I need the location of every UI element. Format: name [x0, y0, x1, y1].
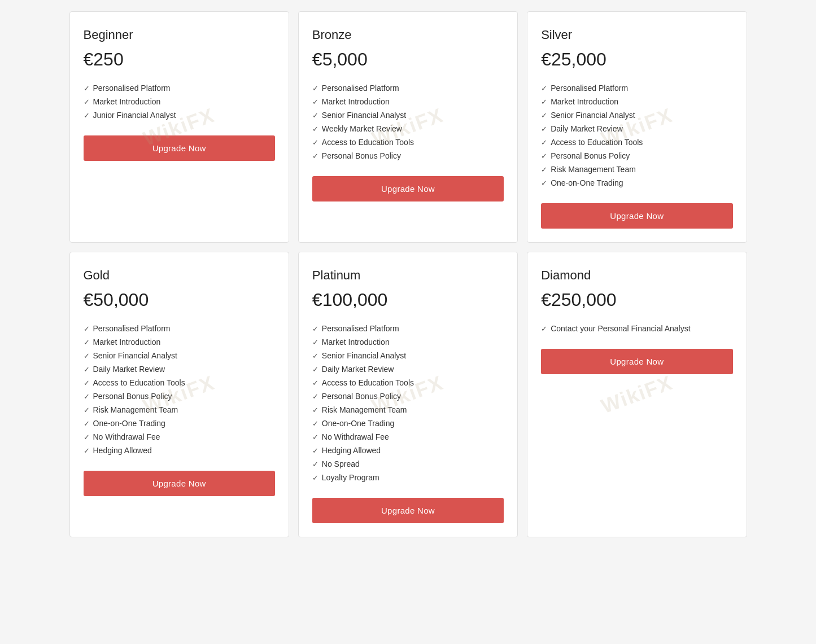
- checkmark-icon: ✓: [312, 433, 318, 441]
- watermark: WikiFX: [598, 371, 676, 419]
- feature-text: No Spread: [322, 459, 360, 468]
- feature-text: Access to Education Tools: [322, 378, 414, 387]
- checkmark-icon: ✓: [84, 406, 90, 414]
- feature-text: Senior Financial Analyst: [551, 111, 635, 120]
- checkmark-icon: ✓: [541, 152, 547, 160]
- feature-text: Access to Education Tools: [322, 138, 414, 147]
- plan-price-beginner: €250: [84, 49, 275, 70]
- feature-text: Personal Bonus Policy: [551, 151, 630, 160]
- checkmark-icon: ✓: [312, 392, 318, 401]
- plan-features-platinum: ✓Personalised Platform✓Market Introducti…: [312, 322, 504, 484]
- checkmark-icon: ✓: [312, 352, 318, 360]
- plan-title-beginner: Beginner: [84, 28, 275, 42]
- feature-item: ✓Access to Education Tools: [312, 135, 504, 149]
- feature-text: Market Introduction: [93, 338, 161, 347]
- upgrade-button-silver[interactable]: Upgrade Now: [541, 203, 732, 229]
- feature-item: ✓Personalised Platform: [84, 81, 275, 95]
- checkmark-icon: ✓: [541, 165, 547, 174]
- upgrade-button-platinum[interactable]: Upgrade Now: [312, 498, 504, 523]
- feature-text: No Withdrawal Fee: [93, 432, 160, 441]
- feature-item: ✓Market Introduction: [312, 95, 504, 108]
- feature-text: Senior Financial Analyst: [93, 351, 177, 360]
- feature-text: Market Introduction: [551, 97, 618, 106]
- checkmark-icon: ✓: [312, 325, 318, 333]
- feature-item: ✓Risk Management Team: [84, 403, 275, 417]
- checkmark-icon: ✓: [312, 152, 318, 160]
- feature-item: ✓Personalised Platform: [312, 81, 504, 95]
- feature-text: Personal Bonus Policy: [322, 392, 401, 401]
- plan-card-diamond: WikiFXDiamond€250,000✓Contact your Perso…: [527, 252, 747, 537]
- plan-features-beginner: ✓Personalised Platform✓Market Introducti…: [84, 81, 275, 122]
- checkmark-icon: ✓: [541, 325, 547, 333]
- feature-text: Market Introduction: [322, 338, 390, 347]
- feature-item: ✓Junior Financial Analyst: [84, 108, 275, 122]
- checkmark-icon: ✓: [312, 98, 318, 106]
- plan-card-beginner: WikiFXBeginner€250✓Personalised Platform…: [69, 11, 289, 243]
- plan-price-diamond: €250,000: [541, 290, 732, 310]
- feature-text: Personalised Platform: [93, 84, 171, 93]
- plan-title-silver: Silver: [541, 28, 732, 42]
- feature-text: Loyalty Program: [322, 473, 379, 482]
- checkmark-icon: ✓: [84, 446, 90, 455]
- feature-item: ✓Access to Education Tools: [84, 376, 275, 389]
- checkmark-icon: ✓: [84, 379, 90, 387]
- feature-item: ✓Hedging Allowed: [84, 444, 275, 457]
- feature-text: Personal Bonus Policy: [93, 392, 172, 401]
- checkmark-icon: ✓: [84, 352, 90, 360]
- upgrade-button-gold[interactable]: Upgrade Now: [84, 471, 275, 496]
- plan-features-bronze: ✓Personalised Platform✓Market Introducti…: [312, 81, 504, 163]
- feature-item: ✓Senior Financial Analyst: [84, 349, 275, 362]
- upgrade-button-bronze[interactable]: Upgrade Now: [312, 176, 504, 201]
- plan-title-gold: Gold: [84, 268, 275, 283]
- checkmark-icon: ✓: [84, 419, 90, 428]
- feature-text: Hedging Allowed: [93, 446, 152, 455]
- plan-title-bronze: Bronze: [312, 28, 504, 42]
- plan-card-bronze: WikiFXBronze€5,000✓Personalised Platform…: [298, 11, 518, 243]
- feature-text: Personalised Platform: [322, 84, 399, 93]
- feature-text: Market Introduction: [93, 97, 161, 106]
- feature-item: ✓Senior Financial Analyst: [312, 349, 504, 362]
- checkmark-icon: ✓: [312, 338, 318, 347]
- feature-item: ✓Senior Financial Analyst: [541, 108, 732, 122]
- feature-text: Daily Market Review: [551, 124, 623, 133]
- feature-text: Contact your Personal Financial Analyst: [551, 324, 690, 333]
- feature-text: One-on-One Trading: [551, 178, 623, 187]
- checkmark-icon: ✓: [312, 125, 318, 133]
- checkmark-icon: ✓: [84, 111, 90, 120]
- upgrade-button-beginner[interactable]: Upgrade Now: [84, 135, 275, 161]
- feature-item: ✓One-on-One Trading: [312, 417, 504, 430]
- feature-text: Daily Market Review: [93, 365, 165, 374]
- feature-item: ✓No Withdrawal Fee: [84, 430, 275, 444]
- feature-item: ✓Personalised Platform: [312, 322, 504, 335]
- feature-item: ✓Market Introduction: [541, 95, 732, 108]
- upgrade-button-diamond[interactable]: Upgrade Now: [541, 349, 732, 374]
- feature-text: Senior Financial Analyst: [322, 111, 406, 120]
- feature-text: Hedging Allowed: [322, 446, 381, 455]
- checkmark-icon: ✓: [541, 111, 547, 120]
- checkmark-icon: ✓: [84, 338, 90, 347]
- checkmark-icon: ✓: [312, 84, 318, 93]
- plan-title-platinum: Platinum: [312, 268, 504, 283]
- feature-item: ✓Personalised Platform: [84, 322, 275, 335]
- feature-item: ✓Personal Bonus Policy: [312, 149, 504, 163]
- checkmark-icon: ✓: [541, 98, 547, 106]
- feature-item: ✓Personal Bonus Policy: [84, 389, 275, 403]
- feature-text: Personalised Platform: [322, 324, 399, 333]
- checkmark-icon: ✓: [312, 419, 318, 428]
- checkmark-icon: ✓: [312, 379, 318, 387]
- plans-grid: WikiFXBeginner€250✓Personalised Platform…: [69, 11, 747, 537]
- feature-text: Personalised Platform: [551, 84, 628, 93]
- checkmark-icon: ✓: [84, 98, 90, 106]
- checkmark-icon: ✓: [541, 84, 547, 93]
- feature-item: ✓Risk Management Team: [541, 163, 732, 176]
- checkmark-icon: ✓: [84, 84, 90, 93]
- feature-item: ✓Loyalty Program: [312, 471, 504, 484]
- feature-item: ✓Contact your Personal Financial Analyst: [541, 322, 732, 335]
- feature-item: ✓Risk Management Team: [312, 403, 504, 417]
- feature-item: ✓Senior Financial Analyst: [312, 108, 504, 122]
- plan-price-silver: €25,000: [541, 49, 732, 70]
- feature-text: One-on-One Trading: [93, 419, 165, 428]
- feature-item: ✓No Withdrawal Fee: [312, 430, 504, 444]
- feature-text: Risk Management Team: [322, 405, 407, 414]
- plan-title-diamond: Diamond: [541, 268, 732, 283]
